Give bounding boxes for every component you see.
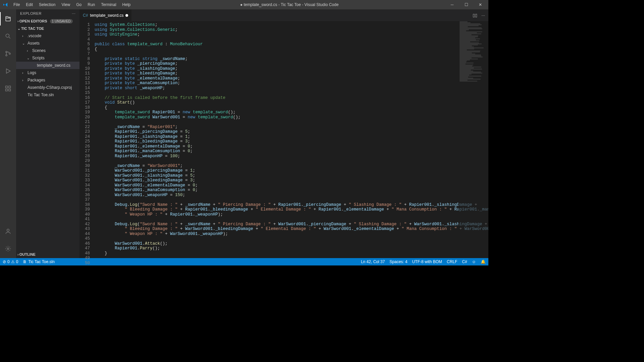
code-line[interactable]: template_sword WarSword001 = new templat… xyxy=(95,115,488,120)
code-line[interactable] xyxy=(95,197,488,202)
code-line[interactable]: { xyxy=(95,105,488,110)
code-line[interactable]: WarSword001._weaponHP = 150; xyxy=(95,193,488,198)
run-debug-icon[interactable] xyxy=(0,64,16,78)
svg-point-0 xyxy=(6,34,9,37)
code-line[interactable]: Debug.Log("Sword Name : " + _swordName +… xyxy=(95,202,488,207)
code-line[interactable]: private byte _bleedingDamage; xyxy=(95,71,488,76)
code-line[interactable]: void Start() xyxy=(95,100,488,105)
status-language[interactable]: C# xyxy=(462,259,467,264)
menu-selection[interactable]: Selection xyxy=(36,1,58,8)
code-line[interactable] xyxy=(95,120,488,125)
code-line[interactable] xyxy=(95,159,488,164)
code-line[interactable]: Rapier001._elementalDamage = 0; xyxy=(95,144,488,149)
code-line[interactable]: private byte _elementalDamage; xyxy=(95,76,488,81)
menu-edit[interactable]: Edit xyxy=(23,1,36,8)
status-cursor-position[interactable]: Ln 42, Col 37 xyxy=(361,259,385,264)
tree-item[interactable]: ›.vscode xyxy=(16,32,79,40)
code-line[interactable]: " Bleeding Damage : " + WarSword001._ble… xyxy=(95,227,488,232)
minimize-button[interactable]: ─ xyxy=(445,0,459,9)
code-line[interactable]: Rapier001.Parry(); xyxy=(95,246,488,251)
split-editor-icon[interactable]: ▯▯ xyxy=(473,13,477,18)
tree-item[interactable]: ›Logs xyxy=(16,69,79,76)
menu-view[interactable]: View xyxy=(59,1,73,8)
svg-point-1 xyxy=(6,51,7,53)
code-line[interactable]: _swordName = "WarSword001"; xyxy=(95,164,488,169)
tree-item[interactable]: ›Scenes xyxy=(16,47,79,54)
code-line[interactable]: Rapier001._bleedingDamage = 3; xyxy=(95,139,488,144)
status-notifications-icon[interactable]: 🔔 xyxy=(481,259,486,264)
code-line[interactable]: // Start is called before the first fram… xyxy=(95,96,488,101)
status-errors[interactable]: ⊘ 0 ⚠ 0 xyxy=(3,259,18,264)
tree-item[interactable]: ›Packages xyxy=(16,76,79,84)
minimap[interactable] xyxy=(458,21,488,258)
settings-gear-icon[interactable] xyxy=(0,242,16,255)
extensions-icon[interactable] xyxy=(0,82,16,95)
code-line[interactable] xyxy=(95,52,488,57)
code-line[interactable]: WarSword001._manaComsumption = 0; xyxy=(95,188,488,193)
menu-help[interactable]: Help xyxy=(120,1,133,8)
code-line[interactable]: using UnityEngine; xyxy=(95,32,488,37)
tree-item[interactable]: Assembly-CSharp.csproj xyxy=(16,84,79,91)
code-line[interactable]: Rapier001._manaComsumption = 0; xyxy=(95,149,488,154)
code-line[interactable]: _swordName = "Rapier001"; xyxy=(95,125,488,130)
code-line[interactable]: WarSword001._elementalDamage = 0; xyxy=(95,183,488,188)
code-line[interactable]: using System.Collections.Generic; xyxy=(95,27,488,33)
menu-run[interactable]: Run xyxy=(85,1,98,8)
menu-go[interactable]: Go xyxy=(73,1,84,8)
menu-file[interactable]: File xyxy=(11,1,22,8)
maximize-button[interactable]: ☐ xyxy=(460,0,473,9)
code-line[interactable]: private short _weaponHP; xyxy=(95,86,488,91)
tree-item[interactable]: ⌄Scripts xyxy=(16,54,79,62)
code-line[interactable]: " Bleeding Damage : " + Rapier001._bleed… xyxy=(95,207,488,212)
open-editors-header[interactable]: › OPEN EDITORS 1 UNSAVED xyxy=(16,17,79,25)
code-editor[interactable]: 1234567891011121314151617181920212223242… xyxy=(79,21,488,258)
menu-terminal[interactable]: Terminal xyxy=(98,1,119,8)
chevron-icon: › xyxy=(22,71,26,75)
code-line[interactable] xyxy=(95,217,488,222)
status-encoding[interactable]: UTF-8 with BOM xyxy=(412,259,442,264)
code-line[interactable] xyxy=(95,236,488,241)
tree-item[interactable]: Tic Tac Toe.sln xyxy=(16,91,79,99)
explorer-more-icon[interactable]: ··· xyxy=(72,11,75,15)
source-control-icon[interactable] xyxy=(0,47,16,60)
code-line[interactable]: private byte _slashingDamage; xyxy=(95,66,488,71)
code-line[interactable]: private static string _swordName; xyxy=(95,57,488,62)
code-line[interactable]: " Weapon HP : " + Rapier001._weaponHP); xyxy=(95,212,488,217)
code-line[interactable]: " Weapon HP : " + WarSword001._weaponHP)… xyxy=(95,232,488,237)
status-indentation[interactable]: Spaces: 4 xyxy=(389,259,407,264)
search-icon[interactable] xyxy=(0,29,16,43)
outline-header[interactable]: › OUTLINE xyxy=(16,251,79,258)
code-line[interactable]: WarSword001._bleedingDamage = 3; xyxy=(95,178,488,183)
code-line[interactable]: WarSword001._piercingDamage = 1; xyxy=(95,168,488,173)
code-line[interactable]: private byte _manaComsumption; xyxy=(95,81,488,86)
project-header[interactable]: ⌄ TIC TAC TOE xyxy=(16,25,79,32)
status-eol[interactable]: CRLF xyxy=(447,259,457,264)
code-line[interactable]: Rapier001._piercingDamage = 5; xyxy=(95,129,488,134)
code-line[interactable]: public class template_sword : MonoBehavi… xyxy=(95,42,488,47)
close-button[interactable]: ✕ xyxy=(474,0,487,9)
code-line[interactable]: Rapier001._weaponHP = 100; xyxy=(95,154,488,159)
code-line[interactable]: } xyxy=(95,251,488,256)
tab-template-sword[interactable]: C# template_sword.cs xyxy=(79,9,132,21)
account-icon[interactable] xyxy=(0,225,16,238)
explorer-icon[interactable] xyxy=(0,12,16,25)
code-line[interactable]: template_sword Rapier001 = new template_… xyxy=(95,110,488,115)
svg-point-9 xyxy=(7,248,9,250)
tree-item[interactable]: ⌄Assets xyxy=(16,40,79,47)
code-line[interactable]: using System.Collections; xyxy=(95,22,488,27)
code-line[interactable] xyxy=(95,90,488,96)
svg-point-2 xyxy=(6,55,7,56)
code-line[interactable]: WarSword001.Attack(); xyxy=(95,241,488,246)
tree-item[interactable]: template_sword.cs xyxy=(16,62,79,69)
code-line[interactable]: private byte _piercingDamage; xyxy=(95,61,488,66)
tab-more-icon[interactable]: ··· xyxy=(481,13,485,18)
status-solution[interactable]: 🗎 Tic Tac Toe.sln xyxy=(23,259,54,264)
code-line[interactable]: 💡 Debug.Log("Sword Name : " + _swordName… xyxy=(95,222,488,227)
code-line[interactable] xyxy=(95,37,488,42)
code-line[interactable]: WarSword001._slashingDamage = 5; xyxy=(95,173,488,178)
status-feedback-icon[interactable]: ☺ xyxy=(472,259,476,264)
code-line[interactable]: Rapier001._slashingDamage = 1; xyxy=(95,134,488,139)
code-line[interactable] xyxy=(95,256,488,258)
dirty-indicator-icon xyxy=(125,14,128,17)
code-line[interactable]: { xyxy=(95,47,488,52)
